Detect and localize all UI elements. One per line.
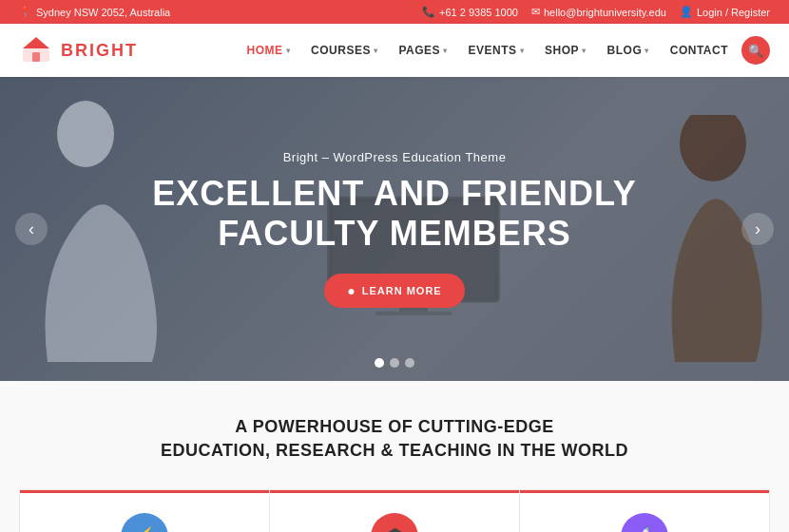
hero-dot-2[interactable] (390, 358, 399, 368)
nav-blog[interactable]: BLOG ▾ (600, 38, 657, 63)
feature-card-short-courses: ⚡ SHORT COURSES Lorem ipsum dolor sit am… (19, 489, 269, 532)
events-arrow-icon: ▾ (520, 47, 525, 55)
nav-courses[interactable]: COURSES ▾ (303, 38, 385, 63)
play-icon: ● (347, 283, 356, 298)
learn-more-button[interactable]: ● LEARN MORE (324, 274, 464, 308)
shop-arrow-icon: ▾ (582, 47, 587, 55)
logo-icon (19, 33, 53, 67)
login-register[interactable]: 👤 Login / Register (680, 6, 770, 18)
hero-dot-3[interactable] (405, 358, 414, 368)
nav-links: HOME ▾ COURSES ▾ PAGES ▾ EVENTS ▾ SHOP ▾… (240, 36, 770, 65)
blog-arrow-icon: ▾ (645, 47, 649, 55)
email: ✉ hello@brightuniversity.edu (531, 6, 666, 18)
courses-arrow-icon: ▾ (374, 47, 378, 55)
nav-contact[interactable]: CONTACT (663, 38, 736, 63)
hero-next-button[interactable]: › (741, 213, 774, 245)
nav-events[interactable]: EVENTS ▾ (461, 38, 532, 63)
masters-icon: 🔬 (621, 513, 668, 532)
search-icon: 🔍 (748, 44, 763, 58)
email-icon: ✉ (531, 6, 540, 18)
hero-prev-button[interactable]: ‹ (15, 213, 48, 245)
nav-shop[interactable]: SHOP ▾ (537, 38, 594, 63)
nav-pages[interactable]: PAGES ▾ (391, 38, 454, 63)
logo[interactable]: BRIGHT (19, 33, 138, 67)
bachelors-icon: 🎓 (371, 513, 418, 532)
svg-point-5 (680, 115, 746, 181)
phone: 📞 +61 2 9385 1000 (422, 6, 518, 18)
hero-dots (375, 358, 414, 368)
top-bar: 📍 Sydney NSW 2052, Australia 📞 +61 2 938… (0, 0, 789, 24)
hero-content: Bright – WordPress Education Theme EXCEL… (152, 150, 636, 308)
features-section: A POWERHOUSE OF CUTTING-EDGE EDUCATION, … (0, 381, 789, 532)
hero-section: Bright – WordPress Education Theme EXCEL… (0, 77, 789, 381)
location-icon: 📍 (19, 6, 32, 18)
short-courses-icon: ⚡ (121, 513, 168, 532)
hero-subtitle: Bright – WordPress Education Theme (152, 150, 636, 164)
features-heading: A POWERHOUSE OF CUTTING-EDGE EDUCATION, … (19, 415, 770, 463)
top-bar-left: 📍 Sydney NSW 2052, Australia (19, 6, 170, 18)
svg-rect-9 (375, 312, 452, 315)
home-arrow-icon: ▾ (286, 47, 291, 55)
nav-home[interactable]: HOME ▾ (240, 38, 298, 63)
location: 📍 Sydney NSW 2052, Australia (19, 6, 170, 18)
svg-point-4 (57, 101, 114, 167)
hero-dot-1[interactable] (375, 358, 384, 368)
hero-title: EXCELLENT AND FRIENDLY FACULTY MEMBERS (152, 174, 636, 253)
navbar: BRIGHT HOME ▾ COURSES ▾ PAGES ▾ EVENTS ▾… (0, 24, 789, 77)
features-cards: ⚡ SHORT COURSES Lorem ipsum dolor sit am… (19, 489, 770, 532)
feature-card-bachelors: 🎓 BACHELOR'S PROGRAMS Lorem ipsum dolor … (269, 489, 519, 532)
top-bar-right: 📞 +61 2 9385 1000 ✉ hello@brightuniversi… (422, 6, 770, 18)
pages-arrow-icon: ▾ (443, 47, 448, 55)
svg-rect-3 (32, 52, 40, 62)
search-button[interactable]: 🔍 (741, 36, 770, 65)
phone-icon: 📞 (422, 6, 435, 18)
feature-card-masters: 🔬 MASTERS AND PHD PROGRAMS Lorem ipsum d… (519, 489, 770, 532)
svg-marker-1 (23, 37, 49, 48)
